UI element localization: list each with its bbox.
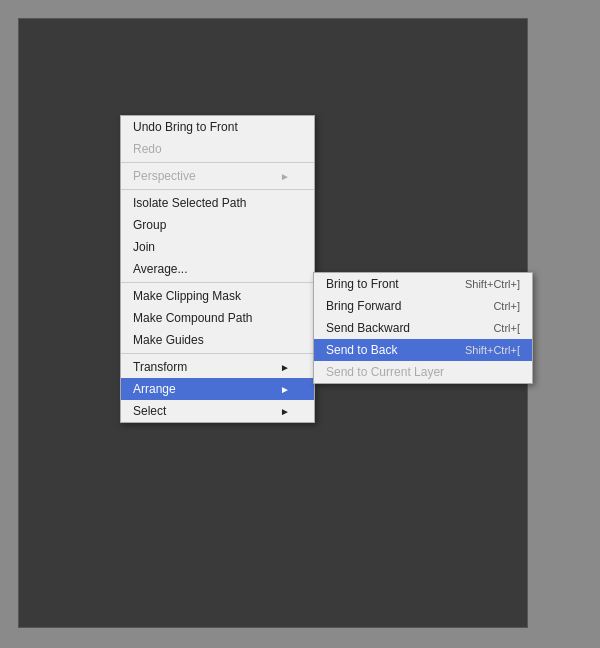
submenu-item-send-to-current-layer[interactable]: Send to Current Layer — [314, 361, 532, 383]
separator-1 — [121, 162, 314, 163]
submenu-item-shortcut: Shift+Ctrl+] — [465, 278, 520, 290]
menu-item-make-clipping-mask[interactable]: Make Clipping Mask — [121, 285, 314, 307]
submenu-item-label: Send Backward — [326, 321, 410, 335]
separator-2 — [121, 189, 314, 190]
submenu-item-send-to-back[interactable]: Send to Back Shift+Ctrl+[ — [314, 339, 532, 361]
menu-item-redo[interactable]: Redo — [121, 138, 314, 160]
menu-item-label: Select — [133, 404, 166, 418]
menu-item-label: Average... — [133, 262, 187, 276]
submenu-item-bring-to-front[interactable]: Bring to Front Shift+Ctrl+] — [314, 273, 532, 295]
menu-item-label: Make Compound Path — [133, 311, 252, 325]
menu-item-label: Undo Bring to Front — [133, 120, 238, 134]
submenu-item-label: Send to Current Layer — [326, 365, 444, 379]
submenu-item-label: Bring to Front — [326, 277, 399, 291]
submenu-item-shortcut: Ctrl+[ — [493, 322, 520, 334]
submenu-arrow-select: ► — [280, 406, 290, 417]
separator-3 — [121, 282, 314, 283]
menu-item-label: Group — [133, 218, 166, 232]
menu-item-label: Arrange — [133, 382, 176, 396]
menu-item-make-guides[interactable]: Make Guides — [121, 329, 314, 351]
menu-item-undo-bring-to-front[interactable]: Undo Bring to Front — [121, 116, 314, 138]
menu-item-group[interactable]: Group — [121, 214, 314, 236]
menu-item-label: Redo — [133, 142, 162, 156]
menu-item-label: Isolate Selected Path — [133, 196, 246, 210]
menu-item-label: Join — [133, 240, 155, 254]
submenu-arrow-arrange: ► — [280, 384, 290, 395]
menu-item-arrange[interactable]: Arrange ► — [121, 378, 314, 400]
submenu-item-label: Send to Back — [326, 343, 397, 357]
submenu-item-bring-forward[interactable]: Bring Forward Ctrl+] — [314, 295, 532, 317]
menu-item-make-compound-path[interactable]: Make Compound Path — [121, 307, 314, 329]
separator-4 — [121, 353, 314, 354]
submenu-arrow-transform: ► — [280, 362, 290, 373]
menu-item-perspective[interactable]: Perspective ► — [121, 165, 314, 187]
submenu-arrow-perspective: ► — [280, 171, 290, 182]
context-menu: Undo Bring to Front Redo Perspective ► I… — [120, 115, 315, 423]
menu-item-isolate-selected-path[interactable]: Isolate Selected Path — [121, 192, 314, 214]
menu-item-label: Transform — [133, 360, 187, 374]
menu-item-average[interactable]: Average... — [121, 258, 314, 280]
menu-item-select[interactable]: Select ► — [121, 400, 314, 422]
submenu-arrange: Bring to Front Shift+Ctrl+] Bring Forwar… — [313, 272, 533, 384]
submenu-item-label: Bring Forward — [326, 299, 401, 313]
menu-item-transform[interactable]: Transform ► — [121, 356, 314, 378]
menu-item-label: Perspective — [133, 169, 196, 183]
submenu-item-shortcut: Ctrl+] — [493, 300, 520, 312]
menu-item-label: Make Clipping Mask — [133, 289, 241, 303]
menu-item-join[interactable]: Join — [121, 236, 314, 258]
submenu-item-send-backward[interactable]: Send Backward Ctrl+[ — [314, 317, 532, 339]
menu-item-label: Make Guides — [133, 333, 204, 347]
submenu-item-shortcut: Shift+Ctrl+[ — [465, 344, 520, 356]
